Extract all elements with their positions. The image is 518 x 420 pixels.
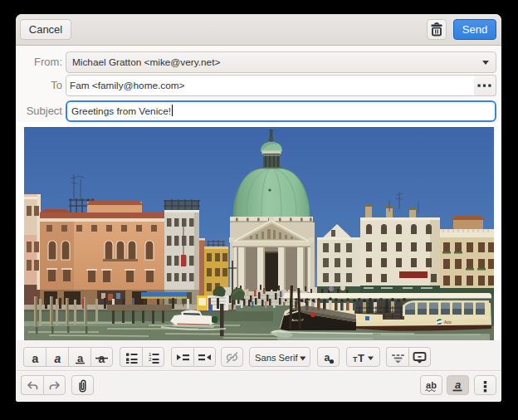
svg-text:2: 2 — [149, 357, 152, 362]
svg-text:Actv 57: Actv 57 — [291, 318, 304, 322]
svg-text:Actv: Actv — [444, 320, 452, 325]
svg-text:a: a — [54, 352, 61, 365]
svg-text:a: a — [76, 352, 83, 364]
svg-text:a: a — [32, 352, 38, 365]
svg-text:Sans Serif: Sans Serif — [255, 353, 299, 363]
svg-text:T: T — [358, 352, 364, 364]
svg-text:a: a — [455, 379, 461, 391]
svg-text:ab: ab — [426, 380, 437, 390]
